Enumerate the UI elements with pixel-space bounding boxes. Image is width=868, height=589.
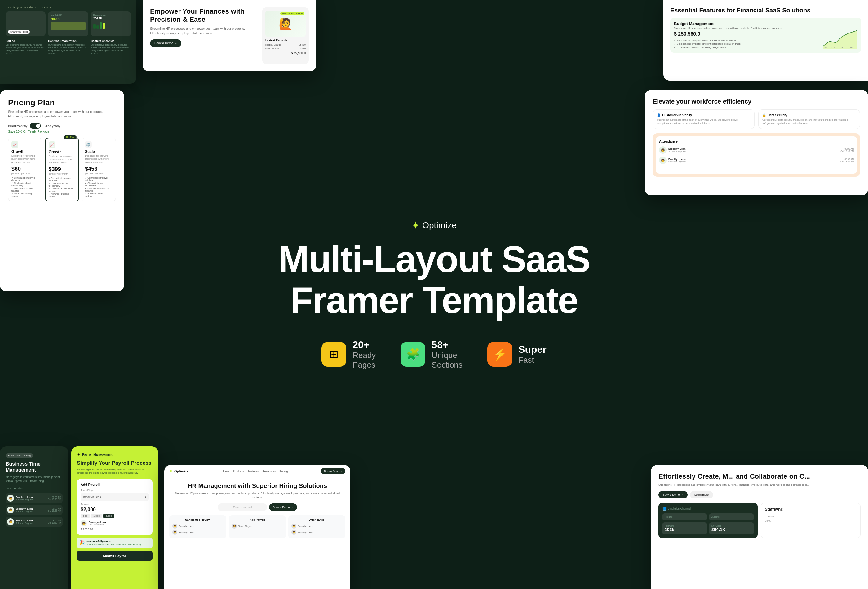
time-mgmt-inner: Attendance Tracking Business Time Manage… (0, 446, 68, 589)
workforce-title: Elevate your workforce efficiency (653, 98, 860, 105)
budget-text: Budget Management Streamline HR processe… (674, 21, 819, 49)
payroll-submit-btn[interactable]: Submit Payroll (77, 551, 152, 561)
feature-customer-title: 👤 Customer-Centricity (657, 114, 750, 117)
plan2-period: per user / per month (49, 173, 76, 175)
billing-toggle[interactable] (30, 123, 41, 128)
svg-text:275°: 275° (831, 46, 836, 49)
pricing-card: Pricing Plan Streamline HR processes and… (0, 90, 124, 291)
hr-nav: ✦ Optimize Home Products Features Resour… (164, 465, 350, 477)
svg-text:285°: 285° (850, 46, 854, 49)
hr-attendance-title: Attendance (291, 518, 342, 521)
payroll-card: ✦ Payroll Management Simplify Your Payro… (71, 446, 158, 589)
tm-person-1: 🧑 Brooklyn Lean Software Engineer 08:00 … (6, 493, 63, 503)
collaborate-btns: Book a Demo → Learn more (658, 491, 861, 499)
hr-logo-icon: ✦ (169, 469, 173, 473)
nav-pricing[interactable]: Pricing (279, 469, 288, 473)
hero-feature-sections: 🧩 58+ Unique Sections (400, 339, 462, 370)
nav-features[interactable]: Features (248, 469, 259, 473)
plan2-icon: 📈 (49, 141, 56, 148)
tm-person-3: 🧑 Brooklyn Lean Software Engineer 08:00 … (6, 517, 63, 527)
speed-label1: Super (518, 344, 546, 355)
payroll-add-title: Add Payroll (81, 483, 149, 486)
staffsync-row-1: 01 Worki... (765, 514, 856, 519)
hr-payroll-person: 🧑 Team Player (232, 523, 283, 529)
hr-att-1: 🧑 Brooklyn Lean (291, 523, 342, 529)
share-post-btn[interactable]: Share your post (8, 30, 30, 34)
att-avatar-1: 🧑 (659, 146, 666, 154)
hr-attendance-section: Attendance 🧑 Brooklyn Lean 🧑 Brooklyn Le… (288, 515, 345, 539)
mini-card-1: Share your post (6, 12, 46, 36)
hero-title-line1: Multi-Layout SaaS (278, 238, 590, 280)
essential-inner: Essential Features for Financial SaaS So… (663, 0, 868, 81)
record-2: Uber Car Ride - 536.0 (265, 47, 306, 50)
hr-book-btn[interactable]: Book a Demo → (269, 503, 297, 511)
payroll-amount-label: Amount (81, 503, 149, 506)
hr-add-payroll: Add Payroll 🧑 Team Player (229, 515, 286, 539)
attendance-row-2: 🧑 Brooklyn Lean Software Engineer 08:00 … (659, 155, 854, 165)
hr-email-input[interactable]: Enter your mail (218, 503, 267, 511)
budget-box: Budget Management Streamline HR processe… (670, 18, 861, 53)
att-name-1: Brooklyn Lean (668, 148, 686, 151)
plan1-period: per user / per month (12, 172, 39, 174)
finance-card: Empower Your Finances with Precision & E… (143, 0, 316, 71)
time-mgmt-people: 🧑 Brooklyn Lean Software Engineer 08:00 … (6, 493, 63, 527)
payroll-person-dropdown[interactable]: Brooklyn Lean ▾ (81, 493, 149, 501)
plan-growth-hot: Hot Plan 📈 Growth Designed for growing b… (45, 138, 79, 202)
pages-number: 20+ (353, 339, 376, 351)
staffsync-card: Staffsync 01 Worki... Com... (761, 503, 861, 538)
workforce-card: Elevate your workforce efficiency 👤 Cust… (645, 90, 868, 195)
collaborate-inner: Effortlessly Create, M... and Collaborat… (651, 465, 868, 589)
link-clicks-value: 204.1K (712, 527, 751, 532)
feature-security-title: 🔒 Data Security (762, 114, 856, 117)
payroll-tag: Payroll Management (82, 453, 112, 456)
collab-learn-btn[interactable]: Learn more (690, 491, 713, 499)
finance-person: 🙋 48% spending Budget (265, 10, 306, 37)
plan3-features: ✓ Centralized employee database ✓ Clock-… (85, 176, 112, 198)
att-time-2: 08:00 AM Oct 18:00 PM (840, 158, 854, 162)
plan-scale: ⚖️ Scale Designed for growing businesses… (81, 138, 116, 202)
collab-book-btn[interactable]: Book a Demo → (658, 491, 688, 499)
attendance-block: Attendance 🧑 Brooklyn Lean Software Engi… (653, 133, 860, 177)
speed-label2: Fast (518, 355, 546, 365)
time-mgmt-desc: Manage your workforce's time management … (6, 475, 63, 483)
budget-features: ✓ Personalized budgets based on income a… (674, 39, 819, 49)
hero-badge-text: Optimize (422, 220, 456, 230)
svg-text:270°: 270° (823, 46, 828, 49)
payroll-success-msg: Successfully Sent! (87, 540, 142, 543)
time-mgmt-title: Business Time Management (6, 461, 63, 473)
pricing-plans: 📈 Growth Designed for growing businesses… (8, 138, 116, 202)
mini-card-2: March 2024 204.1K (48, 12, 88, 36)
plan2-price: $399 (49, 166, 76, 173)
plan1-icon: 📈 (12, 141, 18, 148)
payroll-amt-2500[interactable]: 2,500 (103, 514, 114, 518)
analytics-dark-card: 📘 Analytics Channel Results Audience Fol… (658, 503, 758, 538)
hr-hero-desc: Streamline HR processes and empower your… (169, 492, 345, 500)
finance-cta-btn[interactable]: Book a Demo → (150, 39, 182, 47)
budget-chart-svg: 270° 275° 280° 285° (823, 27, 858, 49)
staffsync-row-2: Com... (765, 519, 856, 523)
payroll-amt-1000[interactable]: 1,000 (91, 514, 102, 518)
att-time-1: 08:00 AM Oct 18:00 PM (840, 148, 854, 152)
hr-cta-nav[interactable]: Book a Demo → (321, 468, 345, 474)
nav-home[interactable]: Home (221, 469, 229, 473)
finance-text: Empower Your Finances with Precision & E… (150, 7, 257, 64)
pages-label: Ready Pages (353, 351, 376, 370)
payroll-success-desc: Your transaction has been completed succ… (87, 543, 142, 546)
toggle-thumb (36, 124, 40, 128)
finance-title: Empower Your Finances with Precision & E… (150, 7, 257, 24)
payroll-tag-icon: ✦ (77, 452, 81, 457)
top-left-card: Elevate your workforce efficiency Share … (0, 0, 136, 84)
payroll-amt-500[interactable]: 500 (81, 514, 90, 518)
mini-card-3: Engagement 204.1K (91, 12, 131, 36)
followers-value: 102k (665, 527, 705, 532)
nav-resources[interactable]: Resources (262, 469, 276, 473)
sections-label: Unique Sections (431, 351, 462, 370)
essential-title: Essential Features for Financial SaaS So… (670, 7, 861, 14)
att-role-2: Software Engineer (668, 161, 686, 163)
analytics-numbers: Followers 102k Lnk Clicks 204.1K (662, 523, 754, 534)
metric-link-clicks: Lnk Clicks 204.1K (709, 523, 754, 534)
attendance-title: Attendance (659, 140, 854, 143)
analytics-section: 📘 Analytics Channel Results Audience Fol… (658, 503, 861, 538)
hr-hero: HR Management with Superior Hiring Solut… (164, 477, 350, 589)
nav-products[interactable]: Products (233, 469, 244, 473)
